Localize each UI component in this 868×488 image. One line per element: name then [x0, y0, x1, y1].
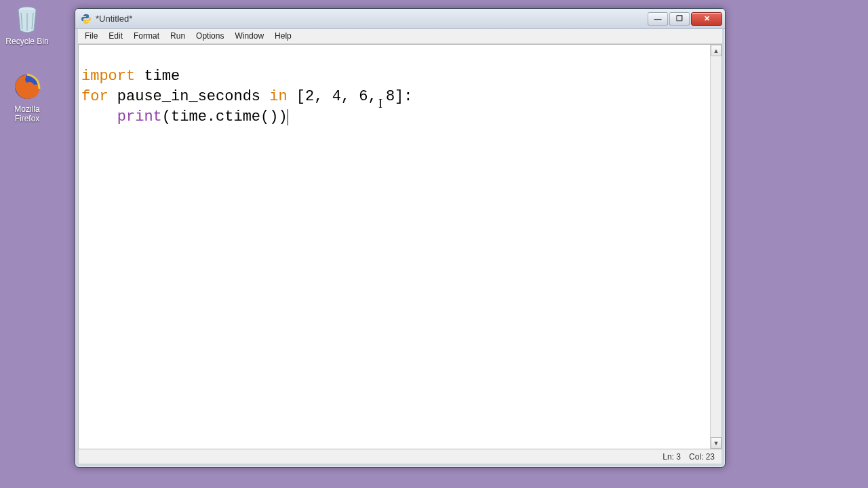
code-keyword: in	[269, 88, 287, 105]
chevron-up-icon: ▲	[713, 47, 719, 54]
desktop-icon-firefox[interactable]: Mozilla Firefox	[3, 70, 52, 123]
text-caret	[288, 109, 288, 125]
recycle-bin-icon	[11, 3, 43, 35]
menu-options[interactable]: Options	[191, 29, 229, 43]
minimize-icon: —	[654, 15, 662, 23]
code-keyword: for	[81, 88, 108, 105]
vertical-scrollbar[interactable]: ▲ ▼	[710, 45, 722, 449]
code-text: (time.ctime())	[162, 108, 288, 125]
close-button[interactable]: ✕	[691, 12, 722, 26]
code-text: pause_in_seconds	[108, 88, 270, 105]
firefox-icon	[11, 70, 43, 103]
scroll-up-button[interactable]: ▲	[711, 45, 722, 56]
python-icon	[81, 14, 92, 24]
desktop-icon-recycle-bin[interactable]: Recycle Bin	[3, 3, 52, 46]
code-keyword: import	[81, 68, 135, 85]
minimize-button[interactable]: —	[648, 12, 668, 26]
scrollbar-track[interactable]	[711, 56, 722, 437]
chevron-down-icon: ▼	[713, 440, 719, 447]
maximize-icon: ❐	[676, 14, 683, 23]
menubar: File Edit Format Run Options Window Help	[78, 29, 722, 44]
menu-run[interactable]: Run	[165, 29, 191, 43]
maximize-button[interactable]: ❐	[669, 12, 690, 26]
menu-help[interactable]: Help	[269, 29, 297, 43]
code-text: [2, 4, 6, 8]:	[288, 88, 413, 105]
window-title: *Untitled*	[96, 14, 648, 24]
titlebar[interactable]: *Untitled* — ❐ ✕	[75, 9, 725, 29]
code-builtin: print	[117, 108, 162, 125]
close-icon: ✕	[704, 14, 710, 23]
menu-window[interactable]: Window	[229, 29, 269, 43]
code-editor[interactable]: import time for pause_in_seconds in [2, …	[79, 45, 710, 449]
status-col: Col: 23	[689, 452, 715, 462]
code-text: time	[135, 68, 180, 85]
menu-format[interactable]: Format	[128, 29, 165, 43]
scroll-down-button[interactable]: ▼	[711, 437, 722, 449]
code-indent	[81, 108, 117, 125]
desktop-icon-label: Recycle Bin	[3, 37, 52, 46]
idle-window: *Untitled* — ❐ ✕ File Edit Format Run Op…	[75, 8, 726, 468]
status-bar: Ln: 3 Col: 23	[78, 449, 722, 464]
status-line: Ln: 3	[663, 452, 681, 462]
menu-edit[interactable]: Edit	[103, 29, 128, 43]
desktop-icon-label: Mozilla Firefox	[3, 104, 52, 123]
menu-file[interactable]: File	[79, 29, 103, 43]
